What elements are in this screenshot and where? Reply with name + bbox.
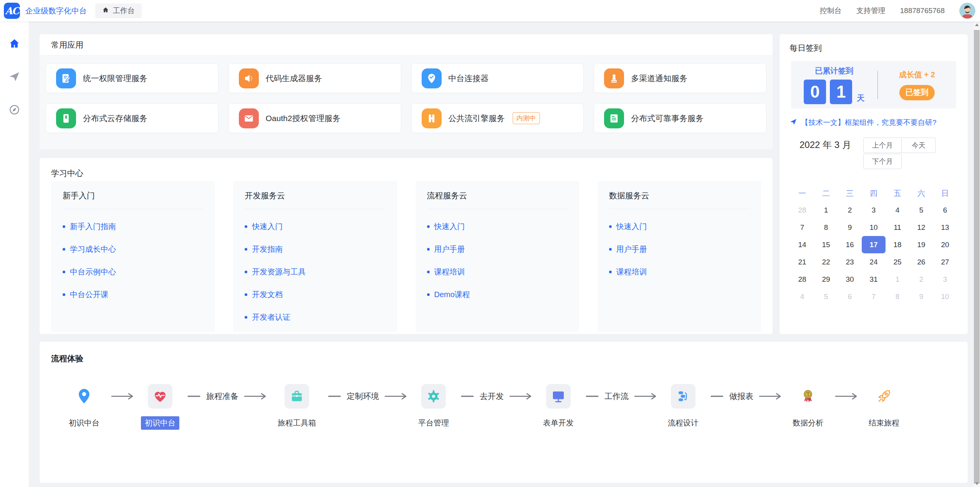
calendar-day[interactable]: 3 [933, 271, 957, 288]
learning-link[interactable]: 课程培训 [427, 267, 568, 277]
learning-title: 学习中心 [40, 158, 773, 179]
rail-item-home[interactable] [8, 38, 21, 51]
calendar-day[interactable]: 21 [790, 253, 814, 271]
calendar-day[interactable]: 10 [933, 288, 957, 305]
calendar-day[interactable]: 12 [909, 219, 933, 236]
calendar-day[interactable]: 6 [838, 288, 862, 305]
app-card[interactable]: 多渠道通知服务 [594, 63, 766, 93]
calendar-day[interactable]: 16 [838, 236, 862, 253]
calendar-day[interactable]: 7 [790, 219, 814, 236]
calendar-day[interactable]: 1 [886, 271, 909, 288]
calendar-day[interactable]: 4 [886, 201, 909, 219]
calendar-day[interactable]: 11 [886, 219, 909, 236]
weekday-label: 一 [790, 185, 814, 201]
calendar-day[interactable]: 24 [862, 253, 886, 271]
learning-link[interactable]: 用户手册 [609, 244, 750, 254]
learning-link[interactable]: 开发资源与工具 [245, 267, 385, 277]
calendar-day[interactable]: 20 [933, 236, 957, 253]
next-month-button[interactable]: 下个月 [863, 154, 902, 169]
learning-link[interactable]: 新手入门指南 [63, 221, 203, 232]
calendar-day[interactable]: 28 [790, 201, 814, 219]
nav-support[interactable]: 支持管理 [856, 6, 886, 16]
calendar-day[interactable]: 26 [909, 253, 933, 271]
app-card[interactable]: Oauth2授权管理服务 [228, 103, 401, 133]
learning-link[interactable]: 开发指南 [245, 244, 385, 254]
calendar-day[interactable]: 8 [886, 288, 909, 305]
calendar-day[interactable]: 9 [838, 219, 862, 236]
app-card[interactable]: 公共流引擎服务 内测中 [411, 103, 584, 133]
calendar-day[interactable]: 30 [838, 271, 862, 288]
paper-plane-icon [790, 118, 797, 128]
calendar-day[interactable]: 27 [933, 253, 957, 271]
calendar-day[interactable]: 23 [838, 253, 862, 271]
learning-link[interactable]: 开发文档 [245, 289, 385, 300]
calendar-day[interactable]: 4 [790, 288, 814, 305]
flow-step[interactable]: 初识中台 [65, 384, 103, 430]
rail-item-compass[interactable] [8, 104, 21, 117]
calendar-day[interactable]: 22 [814, 253, 838, 271]
calendar-day-selected[interactable]: 17 [862, 236, 886, 253]
calendar-day[interactable]: 8 [814, 219, 838, 236]
calendar-day[interactable]: 13 [933, 219, 957, 236]
learning-link[interactable]: 学习成长中心 [63, 244, 203, 254]
flow-step[interactable]: 旅程工具箱 [274, 384, 320, 430]
scroll-up-button[interactable] [973, 22, 980, 28]
today-button[interactable]: 今天 [902, 138, 936, 153]
calendar-day[interactable]: 10 [862, 219, 886, 236]
calendar-day[interactable]: 1 [814, 201, 838, 219]
calendar-day[interactable]: 31 [862, 271, 886, 288]
learning-link[interactable]: 快速入门 [609, 221, 750, 232]
signed-button[interactable]: 已签到 [899, 85, 935, 100]
flow-connector [835, 384, 857, 409]
app-label: 中台连接器 [449, 73, 489, 84]
learning-link[interactable]: Demo课程 [427, 289, 568, 300]
calendar-day[interactable]: 6 [933, 201, 957, 219]
flow-step[interactable]: 数据分析 [789, 384, 827, 430]
learning-link[interactable]: 快速入门 [427, 221, 568, 232]
learning-link[interactable]: 快速入门 [245, 221, 385, 232]
calendar-day[interactable]: 15 [814, 236, 838, 253]
calendar-day[interactable]: 14 [790, 236, 814, 253]
prev-month-button[interactable]: 上个月 [863, 138, 902, 153]
calendar-day[interactable]: 5 [814, 288, 838, 305]
article-text: 【技术一文】框架组件，究竟要不要自研? [801, 118, 937, 128]
calendar-day[interactable]: 19 [909, 236, 933, 253]
flow-step[interactable]: 流程设计 [664, 384, 702, 430]
flow-step[interactable]: 平台管理 [414, 384, 453, 430]
learning-link[interactable]: 中台公开课 [63, 289, 203, 300]
flow-connector: 定制环境 [328, 384, 407, 409]
tab-workbench[interactable]: 工作台 [95, 3, 142, 18]
app-card[interactable]: 分布式可靠事务服务 [594, 103, 766, 133]
flow-step[interactable]: 初识中台 [141, 384, 179, 430]
calendar-day[interactable]: 2 [909, 271, 933, 288]
calendar-day[interactable]: 29 [814, 271, 838, 288]
signin-stat-box: 已累计签到 0 1 天 成长值 + 2 已签到 [791, 61, 956, 108]
app-card[interactable]: 中台连接器 [411, 63, 584, 93]
app-card[interactable]: 代码生成器服务 [228, 63, 401, 93]
learning-link[interactable]: 课程培训 [609, 267, 750, 277]
app-label: 代码生成器服务 [266, 73, 322, 84]
calendar-day[interactable]: 18 [886, 236, 909, 253]
rail-item-paper-plane[interactable] [8, 71, 21, 84]
scroll-down-button[interactable] [973, 480, 980, 487]
calendar-day[interactable]: 3 [862, 201, 886, 219]
calendar-day[interactable]: 7 [862, 288, 886, 305]
nav-phone-number[interactable]: 18878765768 [900, 7, 945, 15]
flow-step[interactable]: 表单开发 [539, 384, 578, 430]
calendar-day[interactable]: 28 [790, 271, 814, 288]
calendar-day[interactable]: 9 [909, 288, 933, 305]
user-avatar[interactable] [959, 3, 975, 19]
learning-link[interactable]: 开发者认证 [245, 312, 385, 322]
app-card[interactable]: 统一权限管理服务 [46, 63, 219, 93]
calendar-day[interactable]: 2 [838, 201, 862, 219]
learning-column: 新手入门新手入门指南学习成长中心中台示例中心中台公开课 [51, 181, 215, 332]
article-link[interactable]: 【技术一文】框架组件，究竟要不要自研? [790, 118, 958, 128]
nav-console[interactable]: 控制台 [820, 6, 842, 16]
scrollbar-thumb[interactable] [974, 30, 980, 484]
learning-link[interactable]: 用户手册 [427, 244, 568, 254]
app-card[interactable]: 分布式云存储服务 [46, 103, 219, 133]
calendar-day[interactable]: 5 [909, 201, 933, 219]
learning-link[interactable]: 中台示例中心 [63, 267, 203, 277]
calendar-day[interactable]: 25 [886, 253, 909, 271]
flow-step[interactable]: 结束旅程 [865, 384, 903, 430]
